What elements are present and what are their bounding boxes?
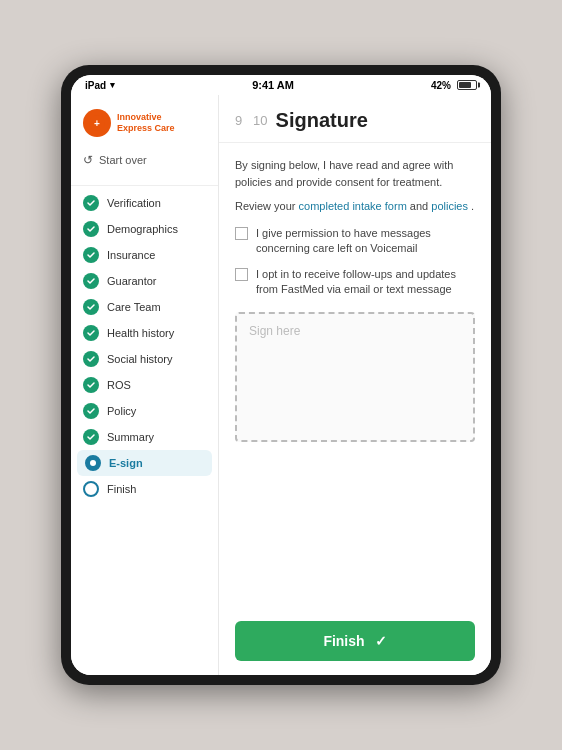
check-icon <box>83 403 99 419</box>
check-icon <box>83 299 99 315</box>
nav-label: Verification <box>107 197 161 209</box>
wifi-icon: ▾ <box>110 80 115 90</box>
tablet-screen: iPad ▾ 9:41 AM 42% + <box>71 75 491 675</box>
nav-item-ros[interactable]: ROS <box>71 372 218 398</box>
refresh-icon: ↺ <box>83 153 93 167</box>
check-icon <box>83 429 99 445</box>
logo-text: Innovative Express Care <box>117 112 175 134</box>
finish-button[interactable]: Finish ✓ <box>235 621 475 661</box>
page-title: Signature <box>276 109 368 132</box>
nav-label: Summary <box>107 431 154 443</box>
nav-item-insurance[interactable]: Insurance <box>71 242 218 268</box>
nav-label: Insurance <box>107 249 155 261</box>
nav-label: Demographics <box>107 223 178 235</box>
pending-icon <box>83 481 99 497</box>
nav-label: Care Team <box>107 301 161 313</box>
start-over-label: Start over <box>99 154 147 166</box>
checkbox-voicemail-label: I give permission to have messages conce… <box>256 226 475 257</box>
nav-item-finish[interactable]: Finish <box>71 476 218 502</box>
nav-item-health-history[interactable]: Health history <box>71 320 218 346</box>
checkbox-voicemail[interactable] <box>235 227 248 240</box>
ipad-label: iPad <box>85 80 106 91</box>
signature-box[interactable]: Sign here <box>235 312 475 442</box>
check-icon <box>83 221 99 237</box>
sidebar-divider <box>71 185 218 186</box>
nav-label: Guarantor <box>107 275 157 287</box>
finish-button-label: Finish <box>323 633 364 649</box>
active-icon <box>85 455 101 471</box>
review-text: Review your completed intake form and po… <box>235 200 475 212</box>
nav-label: E-sign <box>109 457 143 469</box>
nav-item-social-history[interactable]: Social history <box>71 346 218 372</box>
completed-intake-link[interactable]: completed intake form <box>299 200 407 212</box>
nav-list: Verification Demographics Insurance Guar… <box>71 190 218 502</box>
status-bar: iPad ▾ 9:41 AM 42% <box>71 75 491 95</box>
content-area: By signing below, I have read and agree … <box>219 143 491 607</box>
check-icon <box>83 195 99 211</box>
battery-icon <box>457 80 477 90</box>
nav-label: Policy <box>107 405 136 417</box>
nav-item-summary[interactable]: Summary <box>71 424 218 450</box>
logo-icon: + <box>83 109 111 137</box>
sidebar: + Innovative Express Care ↺ Start over <box>71 95 219 675</box>
step-indicator: 9 10 <box>235 113 268 128</box>
nav-item-demographics[interactable]: Demographics <box>71 216 218 242</box>
logo-area: + Innovative Express Care <box>71 105 218 147</box>
check-icon <box>83 351 99 367</box>
battery-percent: 42% <box>431 80 451 91</box>
nav-label: Health history <box>107 327 174 339</box>
nav-item-policy[interactable]: Policy <box>71 398 218 424</box>
sign-here-placeholder: Sign here <box>249 324 300 338</box>
clock: 9:41 AM <box>252 79 294 91</box>
policies-link[interactable]: policies <box>431 200 468 212</box>
nav-label: ROS <box>107 379 131 391</box>
start-over-button[interactable]: ↺ Start over <box>71 147 218 173</box>
check-icon <box>83 325 99 341</box>
check-icon <box>83 377 99 393</box>
consent-text: By signing below, I have read and agree … <box>235 157 475 190</box>
checkbox-followup[interactable] <box>235 268 248 281</box>
app-body: + Innovative Express Care ↺ Start over <box>71 95 491 675</box>
checkbox-followup-label: I opt in to receive follow-ups and updat… <box>256 267 475 298</box>
tablet-device: iPad ▾ 9:41 AM 42% + <box>61 65 501 685</box>
nav-item-care-team[interactable]: Care Team <box>71 294 218 320</box>
nav-label: Social history <box>107 353 172 365</box>
svg-text:+: + <box>94 118 100 129</box>
checkbox-voicemail-item: I give permission to have messages conce… <box>235 226 475 257</box>
nav-label: Finish <box>107 483 136 495</box>
check-icon <box>83 247 99 263</box>
page-header: 9 10 Signature <box>219 95 491 143</box>
nav-item-guarantor[interactable]: Guarantor <box>71 268 218 294</box>
check-icon <box>83 273 99 289</box>
checkmark-icon: ✓ <box>375 633 387 649</box>
nav-item-verification[interactable]: Verification <box>71 190 218 216</box>
main-content: 9 10 Signature By signing below, I have … <box>219 95 491 675</box>
nav-item-e-sign[interactable]: E-sign <box>77 450 212 476</box>
checkbox-followup-item: I opt in to receive follow-ups and updat… <box>235 267 475 298</box>
